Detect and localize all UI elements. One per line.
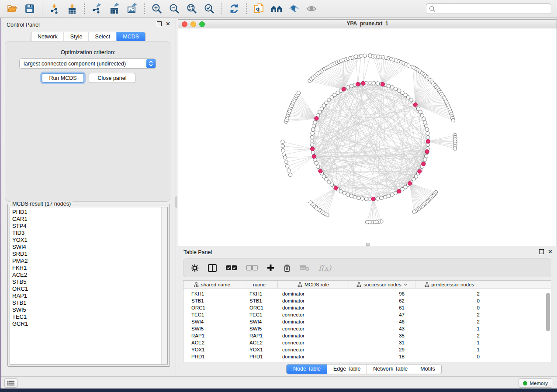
network-node[interactable]	[372, 81, 376, 85]
network-node[interactable]	[426, 135, 430, 139]
run-mcds-button[interactable]: Run MCDS	[42, 73, 84, 83]
cell-shared-name[interactable]: ORC1	[183, 305, 241, 310]
table-row[interactable]: FKH1 FKH1 dominator 96 2	[183, 290, 551, 297]
cell-mcds-role[interactable]: dominator	[278, 291, 349, 296]
network-node[interactable]	[343, 191, 346, 195]
mcds-result-node[interactable]: SRD1	[10, 251, 167, 258]
network-node[interactable]	[286, 165, 289, 168]
table-row[interactable]: SWI4 SWI4 dominator 46 2	[183, 318, 551, 325]
network-hub-node[interactable]	[342, 87, 346, 91]
cell-predecessor-nodes[interactable]: 2	[415, 291, 483, 296]
network-node[interactable]	[364, 197, 368, 201]
table-scrollbar[interactable]	[546, 291, 550, 359]
column-header-predecessor-nodes[interactable]: predecessor nodes	[415, 281, 483, 289]
float-panel-icon[interactable]	[539, 249, 544, 254]
network-canvas[interactable]	[178, 28, 557, 246]
network-hub-node[interactable]	[425, 150, 429, 154]
export-image-icon[interactable]	[125, 2, 138, 15]
cell-predecessor-nodes[interactable]: 2	[415, 319, 483, 324]
network-hub-node[interactable]	[408, 182, 412, 186]
export-table-icon[interactable]	[108, 2, 121, 15]
zoom-selected-icon[interactable]	[203, 2, 216, 15]
memory-button[interactable]: Memory	[519, 378, 552, 388]
network-node[interactable]	[423, 158, 427, 162]
network-hub-node[interactable]	[422, 162, 426, 166]
panel-menu-button[interactable]	[4, 378, 17, 388]
cell-predecessor-nodes[interactable]: 0	[415, 305, 483, 310]
apply-layout-icon[interactable]	[228, 2, 241, 15]
first-neighbors-icon[interactable]	[270, 2, 283, 15]
table-row[interactable]: TEC1 TEC1 connector 47 2	[183, 311, 551, 318]
network-node[interactable]	[297, 91, 301, 95]
import-network-icon[interactable]	[48, 2, 61, 15]
network-node[interactable]	[387, 84, 391, 88]
close-panel-icon[interactable]: ✕	[166, 21, 170, 26]
network-node[interactable]	[387, 194, 391, 198]
cell-mcds-role[interactable]: dominator	[278, 298, 349, 303]
cell-predecessor-nodes[interactable]: 0	[415, 298, 483, 303]
cell-name[interactable]: PHD1	[241, 354, 278, 359]
cell-predecessor-nodes[interactable]: 2	[415, 312, 483, 317]
cell-mcds-role[interactable]: dominator	[278, 354, 349, 359]
mcds-result-node[interactable]: CAR1	[10, 216, 167, 223]
table-row[interactable]: YOX1 YOX1 connector 29 1	[183, 346, 551, 353]
network-node[interactable]	[424, 154, 428, 158]
cell-successor-nodes[interactable]: 96	[349, 291, 415, 296]
network-node[interactable]	[376, 197, 379, 200]
network-hub-node[interactable]	[426, 139, 430, 143]
network-node[interactable]	[310, 135, 314, 139]
mcds-result-node[interactable]: YOX1	[10, 237, 167, 244]
mcds-result-node[interactable]: GCR1	[10, 320, 167, 327]
cell-name[interactable]: YOX1	[241, 347, 278, 352]
cell-mcds-role[interactable]: connector	[278, 326, 349, 331]
network-node[interactable]	[425, 128, 429, 131]
network-node[interactable]	[391, 193, 394, 196]
network-node[interactable]	[312, 124, 315, 127]
control-panel-tab[interactable]: Select	[89, 32, 117, 41]
zoom-in-icon[interactable]	[150, 2, 163, 15]
network-hub-node[interactable]	[381, 83, 385, 86]
canvas-splitter-handle[interactable]	[366, 243, 370, 246]
cell-name[interactable]: ACE2	[241, 340, 278, 345]
zoom-out-icon[interactable]	[168, 2, 181, 15]
search-input[interactable]	[436, 4, 551, 13]
cell-successor-nodes[interactable]: 35	[349, 333, 415, 338]
column-header-successor-nodes[interactable]: successor nodes	[349, 281, 415, 289]
table-row[interactable]: ORC1 ORC1 dominator 61 0	[183, 304, 551, 311]
function-builder-icon[interactable]: f(x)	[318, 264, 331, 272]
cell-mcds-role[interactable]: connector	[278, 340, 349, 345]
cell-successor-nodes[interactable]: 31	[349, 340, 415, 345]
network-node[interactable]	[420, 113, 424, 117]
network-node[interactable]	[451, 118, 455, 122]
control-panel-tab[interactable]: MCDS	[116, 32, 145, 41]
cell-name[interactable]: STB1	[241, 298, 278, 303]
network-node[interactable]	[423, 120, 427, 124]
mcds-result-node[interactable]: RAP1	[10, 292, 167, 299]
cell-mcds-role[interactable]: connector	[278, 312, 349, 317]
network-node[interactable]	[391, 86, 394, 89]
cell-name[interactable]: SWI5	[241, 326, 278, 331]
import-table-icon[interactable]	[66, 2, 79, 15]
column-header-mcds-role[interactable]: MCDS role	[278, 281, 349, 289]
column-header-shared-name[interactable]: shared name	[183, 281, 241, 289]
network-node[interactable]	[368, 81, 372, 85]
network-node[interactable]	[365, 220, 369, 224]
cell-shared-name[interactable]: YOX1	[183, 347, 241, 352]
network-node[interactable]	[310, 139, 314, 143]
cell-shared-name[interactable]: TEC1	[183, 312, 241, 317]
network-node[interactable]	[407, 64, 410, 67]
network-hub-node[interactable]	[371, 197, 375, 201]
network-node[interactable]	[318, 110, 322, 113]
network-node[interactable]	[397, 89, 401, 93]
network-hub-node[interactable]	[397, 189, 401, 193]
mcds-result-node[interactable]: FKH1	[10, 265, 167, 272]
table-row[interactable]: ACE2 ACE2 connector 31 1	[183, 339, 551, 346]
cell-name[interactable]: FKH1	[241, 291, 278, 296]
mcds-result-node[interactable]: PHD1	[10, 209, 167, 216]
table-options-gear-icon[interactable]	[191, 264, 199, 272]
mcds-result-node[interactable]: TID3	[10, 230, 167, 237]
mcds-result-node[interactable]: STB5	[10, 279, 167, 285]
network-node[interactable]	[349, 84, 353, 88]
network-hub-node[interactable]	[315, 117, 318, 120]
network-hub-node[interactable]	[312, 155, 316, 158]
